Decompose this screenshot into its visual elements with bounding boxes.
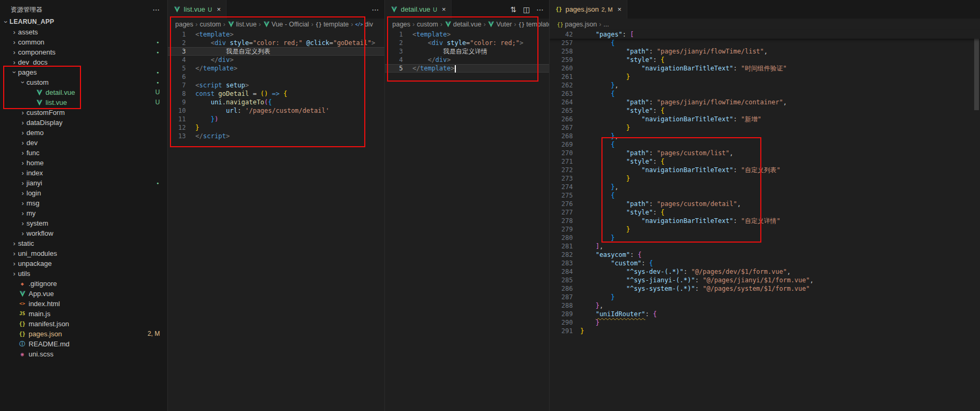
code-line[interactable]: 287 }	[550, 293, 980, 301]
more-actions-icon[interactable]: ⋯	[152, 5, 160, 14]
code-line[interactable]: 279 }	[550, 225, 980, 234]
code-line[interactable]: 283 "custom": {	[550, 259, 980, 267]
tree-item-detail.vue[interactable]: detail.vueU	[0, 87, 167, 97]
code-line[interactable]: 9 uni.navigateTo({	[168, 98, 384, 106]
code-line[interactable]: 288 },	[550, 301, 980, 310]
code-line[interactable]: 263 {	[550, 90, 980, 98]
code-line[interactable]: 280 }	[550, 234, 980, 242]
code-line[interactable]: 11 })	[168, 115, 384, 123]
tree-item-App.vue[interactable]: App.vue	[0, 289, 167, 299]
code-line[interactable]: 2 <div style="color: red;" @click="goDet…	[168, 39, 384, 47]
close-icon[interactable]: ×	[442, 5, 446, 13]
tree-item-customForm[interactable]: ›customForm	[0, 108, 167, 118]
code-line[interactable]: 273 }	[550, 174, 980, 183]
code-line[interactable]: 275 {	[550, 191, 980, 200]
code-line[interactable]: 284 "^sys-dev-(.*)": "@/pages/dev/$1/for…	[550, 267, 980, 276]
tree-item-dev[interactable]: ›dev	[0, 138, 167, 148]
tree-item-custom[interactable]: ›custom●	[0, 77, 167, 87]
code-line[interactable]: 3 我是自定义列表	[168, 47, 384, 56]
code-line[interactable]: 260 "navigationBarTitleText": "时间组件验证"	[550, 64, 980, 73]
tree-item-dev_docs[interactable]: ›dev_docs	[0, 57, 167, 67]
code-line[interactable]: 257 {	[550, 39, 980, 47]
more-actions-icon[interactable]: ⋯	[536, 5, 544, 14]
code-line[interactable]: 13</script>	[168, 132, 384, 140]
close-icon[interactable]: ×	[217, 5, 221, 13]
tree-item-README.md[interactable]: ⓘREADME.md	[0, 339, 167, 349]
code-line[interactable]: 281 ],	[550, 242, 980, 251]
code-line[interactable]: 265 "style": {	[550, 106, 980, 115]
compare-changes-icon[interactable]: ⇅	[510, 5, 517, 14]
code-line[interactable]: 277 "style": {	[550, 208, 980, 217]
code-line[interactable]: 5</template>	[168, 64, 384, 73]
code-line[interactable]: 269 {	[550, 140, 980, 149]
tree-item-system[interactable]: ›system	[0, 218, 167, 228]
code-line[interactable]: 271 "style": {	[550, 157, 980, 166]
code-line[interactable]: 285 "^sys-jianyi-(.*)": "@/pages/jianyi/…	[550, 276, 980, 284]
tree-item-assets[interactable]: ›assets	[0, 27, 167, 37]
breadcrumb-item[interactable]: detail.vue	[445, 21, 482, 28]
tree-item-LEARUN_APP[interactable]: ›LEARUN_APP	[0, 17, 167, 27]
code-line[interactable]: 278 "navigationBarTitleText": "自定义详情"	[550, 217, 980, 225]
breadcrumb-item[interactable]: pages	[392, 21, 410, 28]
breadcrumb-item[interactable]: pages	[175, 21, 193, 28]
tab-list-vue[interactable]: list.vue U ×	[168, 0, 227, 19]
breadcrumb-item[interactable]: {}template	[518, 21, 549, 28]
tree-item-utils[interactable]: ›utils	[0, 269, 167, 279]
tree-item-manifest.json[interactable]: {}manifest.json	[0, 319, 167, 329]
code-line[interactable]: 290 }	[550, 318, 980, 327]
tree-item-index.html[interactable]: <>index.html	[0, 299, 167, 309]
tree-item-pages.json[interactable]: {}pages.json2, M	[0, 329, 167, 339]
code-line[interactable]: 264 "path": "pages/jianyi/flowTime/conta…	[550, 98, 980, 106]
code-line[interactable]: 42 "pages": [	[550, 30, 980, 39]
tree-item-list.vue[interactable]: list.vueU	[0, 97, 167, 108]
tree-item-msg[interactable]: ›msg	[0, 198, 167, 208]
code-line[interactable]: 1<template>	[385, 30, 549, 39]
code-line[interactable]: 274 },	[550, 183, 980, 191]
breadcrumb-item[interactable]: ...	[604, 21, 609, 28]
tree-item-workflow[interactable]: ›workflow	[0, 228, 167, 238]
code-line[interactable]: 276 "path": "pages/custom/detail",	[550, 200, 980, 208]
tree-item-uni.scss[interactable]: ◉uni.scss	[0, 349, 167, 359]
tree-item-login[interactable]: ›login	[0, 188, 167, 198]
close-icon[interactable]: ×	[617, 5, 622, 13]
breadcrumb-item[interactable]: Vuter	[488, 21, 511, 28]
tree-item-home[interactable]: ›home	[0, 158, 167, 168]
tree-item-index[interactable]: ›index	[0, 168, 167, 178]
breadcrumb-item[interactable]: </>div	[355, 21, 373, 28]
code-line[interactable]: 4 </div>	[168, 56, 384, 64]
breadcrumb-item[interactable]: custom	[417, 21, 438, 28]
tree-item-main.js[interactable]: JSmain.js	[0, 309, 167, 319]
split-editor-icon[interactable]: ◫	[523, 5, 530, 14]
breadcrumb-item[interactable]: Vue - Official	[263, 21, 309, 28]
tree-item-dataDisplay[interactable]: ›dataDisplay	[0, 118, 167, 128]
code-line[interactable]: 259 "style": {	[550, 56, 980, 64]
breadcrumb-item[interactable]: list.vue	[228, 21, 257, 28]
more-actions-icon[interactable]: ⋯	[372, 5, 379, 14]
tree-item-demo[interactable]: ›demo	[0, 128, 167, 138]
code-line[interactable]: 8const goDetail = () => {	[168, 90, 384, 98]
code-line[interactable]: 291}	[550, 327, 980, 335]
tree-item-components[interactable]: ›components●	[0, 47, 167, 57]
code-line[interactable]: 282 "easycom": {	[550, 251, 980, 259]
tree-item-unpackage[interactable]: ›unpackage	[0, 258, 167, 269]
code-line[interactable]: 258 "path": "pages/jianyi/flowTime/list"…	[550, 47, 980, 56]
breadcrumb-item[interactable]: {}template	[316, 21, 349, 28]
code-line[interactable]: 272 "navigationBarTitleText": "自定义列表"	[550, 166, 980, 174]
tree-item-common[interactable]: ›common●	[0, 37, 167, 47]
code-line[interactable]: 266 "navigationBarTitleText": "新增"	[550, 115, 980, 123]
code-line[interactable]: 12}	[168, 123, 384, 132]
code-line[interactable]: 2 <div style="color: red;">	[385, 39, 549, 47]
tab-pages-json[interactable]: {} pages.json 2, M ×	[550, 0, 627, 19]
code-line[interactable]: 4 </div>	[385, 56, 549, 64]
tab-detail-vue[interactable]: detail.vue U ×	[385, 0, 452, 19]
tree-item-func[interactable]: ›func	[0, 148, 167, 158]
tree-item-pages[interactable]: ›pages●	[0, 67, 167, 77]
code-line[interactable]: 6	[168, 73, 384, 81]
code-line[interactable]: 3 我是自定义详情	[385, 47, 549, 56]
code-line[interactable]: 10 url: '/pages/custom/detail'	[168, 106, 384, 115]
tree-item-.gitignore[interactable]: ◆.gitignore	[0, 279, 167, 289]
code-line[interactable]: 267 }	[550, 123, 980, 132]
code-line[interactable]: 261 }	[550, 73, 980, 81]
code-line[interactable]: 1<template>	[168, 30, 384, 39]
code-line[interactable]: 268 },	[550, 132, 980, 140]
